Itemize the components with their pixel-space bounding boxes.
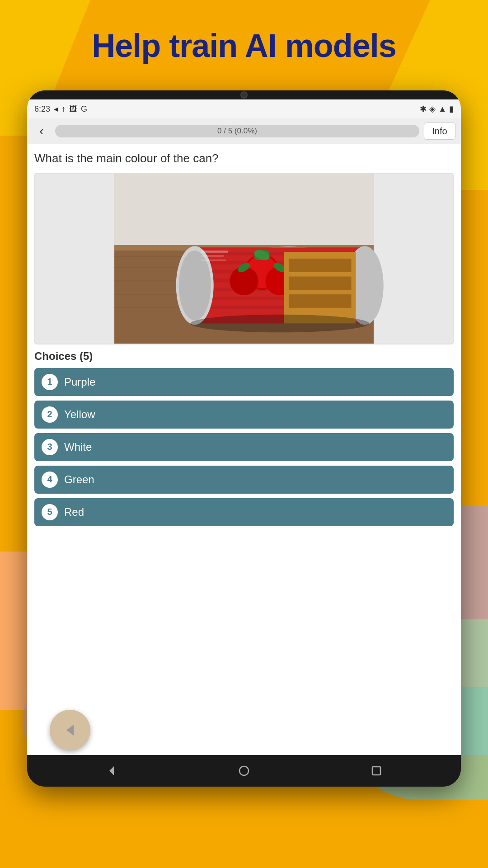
status-g-icon: G <box>81 104 87 114</box>
status-left: 6:23 ◂ ↑ 🖼 G <box>34 104 87 114</box>
tablet-camera <box>240 91 248 99</box>
status-location-icon: ◂ <box>54 104 58 114</box>
can-image-container <box>34 173 454 344</box>
svg-rect-35 <box>202 259 226 261</box>
status-wifi-icon: ▲ <box>438 104 446 114</box>
status-bar: 6:23 ◂ ↑ 🖼 G ✱ ◈ ▲ ▮ <box>27 99 461 118</box>
prev-button-container <box>50 710 90 750</box>
info-button[interactable]: Info <box>424 123 455 140</box>
choice-item-2[interactable]: 2 Yellow <box>34 401 454 429</box>
choice-number-1: 1 <box>42 374 58 390</box>
choice-text-5: Red <box>64 506 84 519</box>
choices-label: Choices (5) <box>34 350 454 363</box>
app-nav-bar: ‹ 0 / 5 (0.0%) Info <box>27 118 461 144</box>
choice-number-3: 3 <box>42 439 58 455</box>
choice-item-3[interactable]: 3 White <box>34 433 454 461</box>
svg-rect-39 <box>372 767 380 775</box>
question-text: What is the main colour of the can? <box>34 151 454 166</box>
svg-point-38 <box>239 766 249 775</box>
svg-point-36 <box>190 314 369 332</box>
tablet-screen: 6:23 ◂ ↑ 🖼 G ✱ ◈ ▲ ▮ ‹ 0 / 5 (0.0%) Info <box>27 99 461 755</box>
tablet-device: 6:23 ◂ ↑ 🖼 G ✱ ◈ ▲ ▮ ‹ 0 / 5 (0.0%) Info <box>27 90 461 787</box>
status-bt-icon: ✱ <box>420 104 427 114</box>
svg-rect-32 <box>289 294 352 308</box>
status-time: 6:23 <box>34 104 50 114</box>
svg-rect-30 <box>289 259 352 272</box>
svg-rect-34 <box>202 255 224 257</box>
choice-text-1: Purple <box>64 376 95 388</box>
can-image-svg <box>35 174 453 344</box>
svg-rect-33 <box>202 250 228 253</box>
status-right: ✱ ◈ ▲ ▮ <box>420 104 454 114</box>
status-image-icon: 🖼 <box>69 104 77 114</box>
tablet-bottom-nav <box>27 755 461 787</box>
choice-number-2: 2 <box>42 406 58 423</box>
prev-button[interactable] <box>50 710 90 750</box>
nav-recent-icon[interactable] <box>368 763 385 779</box>
choice-item-5[interactable]: 5 Red <box>34 498 454 526</box>
choice-text-4: Green <box>64 473 94 486</box>
status-battery-icon: ▮ <box>449 104 454 114</box>
progress-text: 0 / 5 (0.0%) <box>217 127 257 136</box>
progress-bar: 0 / 5 (0.0%) <box>55 125 419 137</box>
choice-item-1[interactable]: 1 Purple <box>34 368 454 396</box>
tablet-top-bar <box>27 90 461 99</box>
svg-marker-37 <box>109 766 114 775</box>
choices-section: Choices (5) 1 Purple 2 Yellow 3 White 4 <box>34 344 454 536</box>
choice-item-4[interactable]: 4 Green <box>34 466 454 494</box>
status-eye-icon: ◈ <box>429 104 436 114</box>
nav-back-icon[interactable] <box>103 763 120 779</box>
choice-text-2: Yellow <box>64 408 95 421</box>
svg-marker-40 <box>66 725 74 736</box>
choice-text-3: White <box>64 441 92 453</box>
nav-back-button[interactable]: ‹ <box>33 122 51 140</box>
nav-home-icon[interactable] <box>236 763 252 779</box>
page-title: Help train AI models <box>0 27 488 64</box>
status-signal-icon: ↑ <box>61 104 66 114</box>
choice-number-5: 5 <box>42 504 58 520</box>
choice-number-4: 4 <box>42 472 58 488</box>
app-content: What is the main colour of the can? <box>27 144 461 755</box>
svg-rect-31 <box>289 276 352 290</box>
svg-rect-1 <box>114 174 374 254</box>
